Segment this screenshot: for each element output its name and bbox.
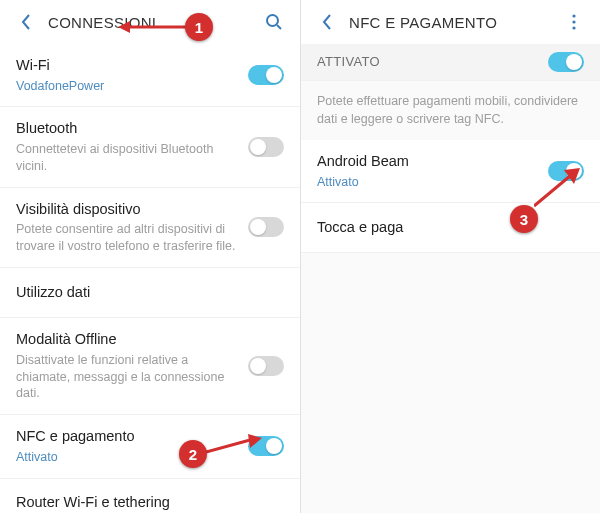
settings-list-right: ATTIVATO Potete effettuare pagamenti mob… [301,44,600,253]
row-router-tethering[interactable]: Router Wi-Fi e tethering [0,479,300,513]
row-label: Modalità Offline [16,330,238,350]
search-icon[interactable] [264,12,284,32]
more-icon[interactable] [564,12,584,32]
row-sub: Connettetevi ai dispositivi Bluetooth vi… [16,141,238,175]
row-label: Utilizzo dati [16,283,274,303]
section-label: ATTIVATO [317,53,538,71]
row-nfc-payment[interactable]: NFC e pagamento Attivato [0,415,300,478]
back-icon[interactable] [317,12,337,32]
svg-point-4 [572,26,575,29]
row-label: Wi-Fi [16,56,238,76]
header-right: NFC E PAGAMENTO [301,0,600,44]
row-sub: VodafonePower [16,78,238,95]
info-text-row: Potete effettuare pagamenti mobili, cond… [301,81,600,140]
callout-1: 1 [185,13,213,41]
row-label: Android Beam [317,152,538,172]
row-sub: Attivato [317,174,538,191]
back-icon[interactable] [16,12,36,32]
row-device-visibility[interactable]: Visibilità dispositivo Potete consentire… [0,188,300,268]
toggle-visibility[interactable] [248,217,284,237]
row-label: Router Wi-Fi e tethering [16,493,274,513]
row-sub: Disattivate le funzioni relative a chiam… [16,352,238,403]
callout-3: 3 [510,205,538,233]
row-label: Bluetooth [16,119,238,139]
row-label: Visibilità dispositivo [16,200,238,220]
row-data-usage[interactable]: Utilizzo dati [0,268,300,318]
screen-connections: CONNESSIONI Wi-Fi VodafonePower Bluetoot… [0,0,300,513]
svg-line-1 [277,25,281,29]
screen-nfc-payment: NFC E PAGAMENTO ATTIVATO Potete effettua… [300,0,600,513]
row-sub: Potete consentire ad altri dispositivi d… [16,221,238,255]
toggle-wifi[interactable] [248,65,284,85]
info-text: Potete effettuare pagamenti mobili, cond… [317,93,584,128]
row-offline-mode[interactable]: Modalità Offline Disattivate le funzioni… [0,318,300,415]
row-android-beam[interactable]: Android Beam Attivato [301,140,600,203]
page-title: CONNESSIONI [48,14,264,31]
settings-list-left: Wi-Fi VodafonePower Bluetooth Connettete… [0,44,300,513]
callout-2: 2 [179,440,207,468]
row-wifi[interactable]: Wi-Fi VodafonePower [0,44,300,107]
row-label: NFC e pagamento [16,427,238,447]
row-touch-pay[interactable]: Tocca e paga [301,203,600,253]
svg-point-3 [572,20,575,23]
row-bluetooth[interactable]: Bluetooth Connettetevi ai dispositivi Bl… [0,107,300,187]
header-left: CONNESSIONI [0,0,300,44]
svg-point-2 [572,14,575,17]
svg-point-0 [267,15,278,26]
toggle-android-beam[interactable] [548,161,584,181]
toggle-nfc-enabled[interactable] [548,52,584,72]
page-title: NFC E PAGAMENTO [349,14,564,31]
section-enabled: ATTIVATO [301,44,600,81]
toggle-nfc[interactable] [248,436,284,456]
toggle-offline[interactable] [248,356,284,376]
toggle-bluetooth[interactable] [248,137,284,157]
